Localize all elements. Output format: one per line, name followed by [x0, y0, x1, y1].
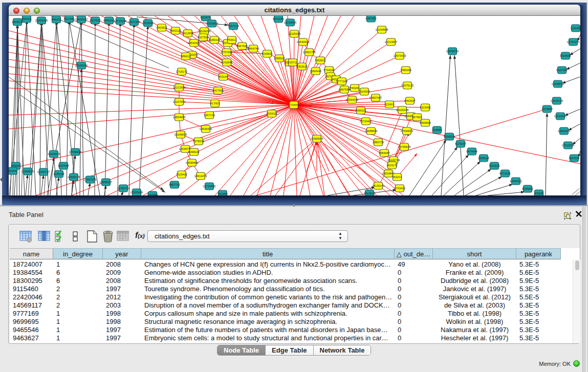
svg-text:8660128: 8660128: [170, 29, 181, 32]
svg-text:1202346: 1202346: [147, 193, 158, 195]
svg-text:203711: 203711: [288, 61, 297, 64]
svg-text:8112674: 8112674: [200, 16, 211, 19]
svg-text:845061: 845061: [11, 164, 21, 167]
svg-text:12444134: 12444134: [551, 99, 563, 102]
svg-text:20364436: 20364436: [346, 98, 359, 101]
svg-text:10543382: 10543382: [188, 41, 201, 45]
svg-text:10025438: 10025438: [396, 108, 409, 112]
svg-text:12213967: 12213967: [385, 40, 398, 43]
svg-text:10719185: 10719185: [114, 19, 127, 23]
svg-text:7515546: 7515546: [142, 21, 154, 25]
svg-text:19654985: 19654985: [173, 116, 186, 119]
svg-text:9245652: 9245652: [522, 187, 533, 190]
svg-text:10654112: 10654112: [510, 180, 522, 183]
svg-text:19384554: 19384554: [311, 137, 323, 140]
svg-text:7663822: 7663822: [156, 26, 167, 29]
svg-text:9734023: 9734023: [323, 69, 335, 72]
svg-text:2718170: 2718170: [176, 70, 187, 73]
svg-text:6179197: 6179197: [455, 142, 466, 145]
svg-text:20053346: 20053346: [75, 64, 88, 67]
svg-text:5578334: 5578334: [193, 140, 204, 143]
svg-text:12923466: 12923466: [130, 191, 143, 194]
svg-text:10688609: 10688609: [365, 129, 378, 133]
svg-text:3097587: 3097587: [58, 164, 69, 167]
svg-text:391541: 391541: [9, 169, 17, 172]
svg-text:19166825: 19166825: [175, 133, 187, 136]
svg-text:15692971: 15692971: [558, 129, 571, 133]
svg-text:1733426: 1733426: [394, 187, 405, 190]
svg-text:3024554: 3024554: [359, 90, 370, 93]
svg-text:9327505: 9327505: [198, 36, 209, 39]
svg-text:10107553: 10107553: [173, 100, 186, 103]
svg-text:9584067: 9584067: [379, 151, 390, 155]
svg-text:2087682: 2087682: [365, 17, 377, 20]
svg-text:8471626: 8471626: [499, 172, 511, 175]
svg-text:11325419: 11325419: [288, 32, 300, 35]
svg-text:803144: 803144: [219, 75, 228, 78]
svg-text:17016504: 17016504: [562, 144, 575, 147]
svg-text:1615172: 1615172: [386, 164, 398, 167]
svg-text:16640910: 16640910: [297, 40, 310, 43]
svg-text:2967608: 2967608: [236, 45, 248, 48]
svg-text:14914479: 14914479: [194, 174, 207, 178]
svg-text:1362615: 1362615: [296, 65, 308, 68]
svg-text:9227342: 9227342: [556, 69, 568, 72]
svg-text:13716485: 13716485: [203, 185, 216, 188]
svg-text:9699695: 9699695: [420, 121, 431, 124]
svg-text:19218506: 19218506: [284, 21, 297, 24]
svg-text:20091406: 20091406: [35, 19, 48, 22]
svg-text:9115460: 9115460: [420, 106, 430, 109]
svg-text:957904: 957904: [412, 116, 422, 119]
svg-text:754612: 754612: [227, 38, 237, 41]
svg-text:16053809: 16053809: [206, 22, 219, 25]
svg-text:16961758: 16961758: [303, 51, 316, 54]
svg-text:1527602: 1527602: [90, 19, 101, 22]
svg-text:9146821: 9146821: [262, 52, 273, 55]
svg-text:621601: 621601: [385, 103, 395, 106]
svg-text:17957275: 17957275: [84, 178, 97, 181]
svg-text:16782759: 16782759: [117, 187, 130, 190]
svg-text:7632621: 7632621: [489, 164, 500, 167]
svg-text:16120746: 16120746: [387, 159, 400, 162]
svg-text:7955812: 7955812: [315, 59, 326, 62]
svg-text:10671355: 10671355: [128, 20, 141, 24]
svg-text:979245: 979245: [534, 192, 544, 195]
svg-text:9857791: 9857791: [169, 183, 180, 186]
svg-text:8813054: 8813054: [273, 17, 284, 20]
svg-text:1530021: 1530021: [266, 112, 277, 115]
svg-text:10655287: 10655287: [75, 18, 88, 21]
svg-text:252214: 252214: [393, 176, 402, 179]
svg-text:1880729: 1880729: [373, 141, 384, 144]
svg-text:12975125: 12975125: [401, 84, 414, 87]
svg-text:1111305: 1111305: [571, 27, 580, 30]
svg-text:8186328: 8186328: [209, 38, 220, 41]
svg-text:10210643: 10210643: [554, 115, 567, 118]
svg-text:989011: 989011: [181, 55, 190, 58]
svg-text:9427552: 9427552: [212, 89, 224, 92]
svg-text:7986322: 7986322: [355, 109, 366, 112]
svg-text:5498222: 5498222: [188, 150, 200, 154]
svg-text:17654923: 17654923: [401, 129, 413, 133]
svg-text:990211: 990211: [52, 18, 61, 21]
svg-text:952450: 952450: [218, 192, 228, 195]
svg-text:746266: 746266: [350, 86, 360, 90]
svg-text:1167533: 1167533: [569, 157, 579, 160]
svg-text:7357274: 7357274: [228, 25, 239, 28]
svg-text:11568529: 11568529: [21, 170, 34, 173]
svg-text:12213383: 12213383: [173, 86, 186, 89]
svg-text:1588520: 1588520: [274, 57, 285, 60]
svg-text:3215958: 3215958: [541, 107, 553, 111]
svg-text:10973493: 10973493: [394, 54, 406, 57]
svg-text:14136141: 14136141: [372, 184, 385, 187]
svg-text:9474444: 9474444: [466, 150, 477, 153]
svg-text:417003: 417003: [210, 102, 220, 105]
svg-text:2935114: 2935114: [478, 157, 489, 160]
svg-text:15720407: 15720407: [360, 120, 373, 123]
svg-text:9242848: 9242848: [221, 61, 232, 64]
svg-text:1817455: 1817455: [63, 17, 75, 20]
svg-text:15751074: 15751074: [567, 40, 580, 43]
svg-text:3912954: 3912954: [182, 32, 193, 35]
svg-text:12505135: 12505135: [68, 176, 80, 179]
svg-text:12095872: 12095872: [552, 82, 564, 85]
svg-text:9329966: 9329966: [560, 54, 571, 57]
